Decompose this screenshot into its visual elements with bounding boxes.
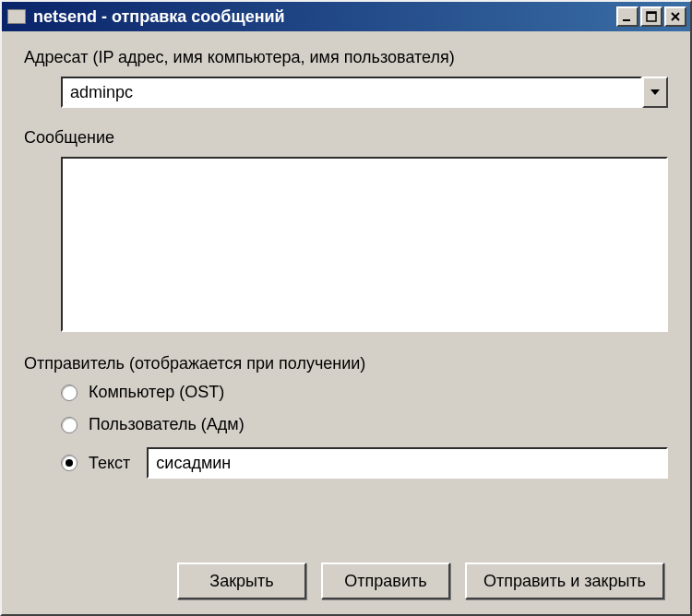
button-row: Закрыть Отправить Отправить и закрыть xyxy=(24,563,668,599)
sender-option-computer: Компьютер (OST) xyxy=(61,383,668,402)
radio-computer[interactable] xyxy=(61,385,78,401)
titlebar[interactable]: netsend - отправка сообщений xyxy=(2,2,690,31)
sender-text-input[interactable] xyxy=(147,447,668,479)
minimize-button[interactable] xyxy=(616,6,638,27)
recipient-input[interactable] xyxy=(61,77,642,108)
sender-label: Отправитель (отображается при получении) xyxy=(24,354,668,373)
svg-rect-0 xyxy=(623,19,630,21)
radio-text[interactable] xyxy=(61,455,78,471)
maximize-button[interactable] xyxy=(640,6,662,27)
recipient-label: Адресат (IP адрес, имя компьютера, имя п… xyxy=(24,48,668,67)
radio-text-label[interactable]: Текст xyxy=(89,454,130,473)
recipient-dropdown-button[interactable] xyxy=(642,77,668,108)
message-textarea[interactable] xyxy=(61,157,668,332)
close-icon xyxy=(670,11,681,22)
maximize-icon xyxy=(646,11,657,22)
message-label: Сообщение xyxy=(24,128,668,148)
window-title: netsend - отправка сообщений xyxy=(33,7,616,27)
send-button[interactable]: Отправить xyxy=(321,563,450,599)
content-area: Адресат (IP адрес, имя компьютера, имя п… xyxy=(2,31,690,614)
radio-user-label[interactable]: Пользователь (Адм) xyxy=(89,415,245,434)
send-and-close-button[interactable]: Отправить и закрыть xyxy=(465,563,664,599)
minimize-icon xyxy=(622,11,633,22)
window-controls xyxy=(616,6,686,27)
close-button[interactable] xyxy=(664,6,686,27)
svg-rect-2 xyxy=(647,12,656,14)
sender-option-text: Текст xyxy=(61,447,668,479)
app-icon xyxy=(7,9,26,24)
main-window: netsend - отправка сообщений Адресат (IP… xyxy=(0,0,692,616)
close-button-action[interactable]: Закрыть xyxy=(177,563,306,599)
chevron-down-icon xyxy=(650,89,660,95)
sender-option-user: Пользователь (Адм) xyxy=(61,415,668,434)
radio-computer-label[interactable]: Компьютер (OST) xyxy=(89,383,224,402)
radio-user[interactable] xyxy=(61,417,78,433)
recipient-combobox xyxy=(61,77,668,108)
sender-group: Компьютер (OST) Пользователь (Адм) Текст xyxy=(61,383,668,492)
